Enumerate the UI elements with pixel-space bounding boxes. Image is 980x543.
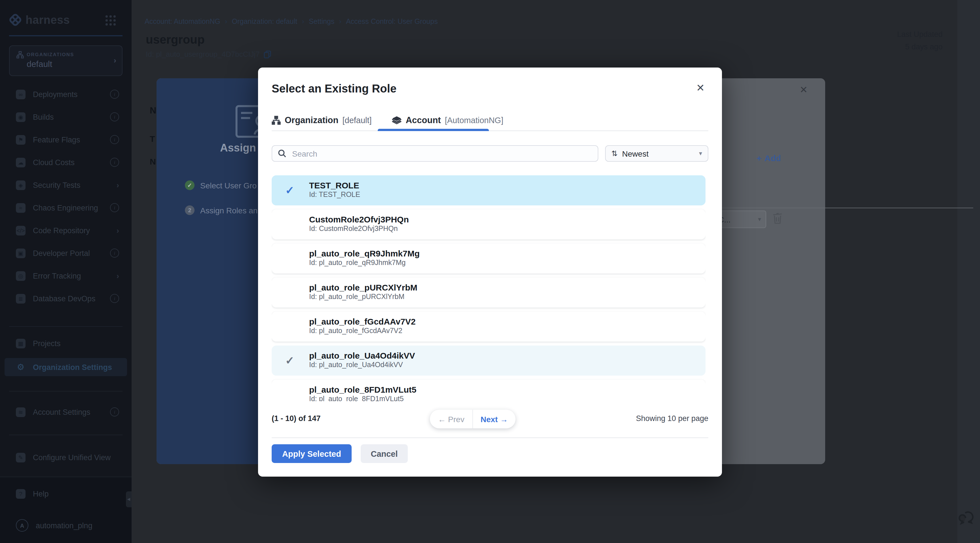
info-icon[interactable]: i — [110, 90, 119, 99]
breadcrumb-separator: › — [302, 17, 304, 25]
sidebar-item-code-repository[interactable]: </> Code Repository › — [0, 219, 132, 242]
sidebar-item-database-devops[interactable]: ≣ Database DevOps i — [0, 287, 132, 310]
info-icon[interactable]: i — [110, 294, 119, 303]
support-chat-icon[interactable] — [958, 511, 975, 527]
info-icon[interactable]: i — [110, 408, 119, 416]
builds-icon: ◉ — [16, 112, 25, 122]
org-hierarchy-icon — [272, 116, 281, 125]
sidebar-item-configure-unified-view[interactable]: ✎ Configure Unified View — [0, 446, 132, 469]
feature-flags-icon: ⚑ — [16, 135, 25, 144]
projects-icon: ▦ — [16, 338, 25, 348]
sidebar-item-error-tracking[interactable]: ◎ Error Tracking › — [0, 264, 132, 287]
footer-divider — [272, 438, 708, 438]
check-icon: ✓ — [285, 354, 294, 367]
chevron-right-icon: › — [114, 56, 116, 65]
role-row-selected[interactable]: ✓ pl_auto_role_Ua4Od4ikVV Id: pl_auto_ro… — [272, 346, 705, 376]
org-selector[interactable]: ORGANIZATIONS default › — [9, 45, 123, 76]
info-icon[interactable]: i — [110, 158, 119, 167]
sidebar-item-user-profile[interactable]: A automation_plng — [0, 514, 132, 537]
info-icon[interactable]: i — [110, 135, 119, 144]
breadcrumb-separator: › — [339, 17, 341, 25]
add-role-binding-button[interactable]: + Add — [757, 153, 781, 163]
role-row[interactable]: pl_auto_role_qR9Jhmk7Mg Id: pl_auto_role… — [272, 244, 705, 274]
developer-portal-icon: ▣ — [16, 248, 25, 258]
gear-icon: ⚙ — [16, 362, 25, 372]
sidebar-item-chaos-engineering[interactable]: ≈ Chaos Engineering i — [0, 196, 132, 219]
arrow-left-icon: ← — [438, 414, 446, 424]
avatar: A — [16, 519, 29, 532]
sort-dropdown[interactable]: ⇅ Newest ▾ — [605, 145, 708, 162]
org-hierarchy-icon — [16, 51, 24, 59]
arrow-right-icon: → — [500, 414, 508, 424]
chevron-right-icon: › — [116, 226, 119, 235]
chevron-right-icon: › — [116, 271, 119, 280]
copy-icon[interactable] — [264, 50, 271, 58]
role-row[interactable]: CustomRole2Ofvj3PHQn Id: CustomRole2Ofvj… — [272, 209, 705, 239]
role-list: ✓ TEST_ROLE Id: TEST_ROLE CustomRole2Ofv… — [272, 175, 705, 401]
tab-organization[interactable]: Organization [default] — [272, 112, 372, 129]
pagination-range: (1 - 10) of 147 — [272, 414, 321, 423]
select-existing-role-dialog: Select an Existing Role ✕ Organization [… — [258, 67, 722, 477]
wizard-step-select-user-group[interactable]: ✓ Select User Gro — [185, 180, 257, 190]
sidebar-item-projects[interactable]: ▦ Projects — [0, 332, 132, 355]
apply-selected-button[interactable]: Apply Selected — [272, 444, 352, 463]
cloud-costs-icon: ☁ — [16, 158, 25, 167]
prev-page-button[interactable]: ← Prev — [430, 414, 473, 424]
dialog-close-icon[interactable]: ✕ — [694, 81, 707, 95]
wizard-step-assign-roles[interactable]: 2 Assign Roles an — [185, 205, 258, 215]
sort-value: Newest — [622, 149, 649, 158]
screen: harness ORGANIZATIONS default › ∞ Deploy… — [0, 0, 980, 543]
tabs-divider — [272, 131, 708, 131]
role-row-test-role[interactable]: ✓ TEST_ROLE Id: TEST_ROLE — [272, 175, 705, 205]
sidebar-item-developer-portal[interactable]: ▣ Developer Portal i — [0, 242, 132, 264]
chevron-down-icon: ▾ — [699, 150, 702, 157]
breadcrumb-item[interactable]: Account: AutomationNG — [145, 17, 220, 25]
sidebar-item-deployments[interactable]: ∞ Deployments i — [0, 83, 132, 105]
clipped-text-fragment: N — [150, 157, 157, 166]
role-row[interactable]: pl_auto_role_fGcdAAv7V2 Id: pl_auto_role… — [272, 312, 705, 342]
dialog-title: Select an Existing Role — [272, 82, 396, 96]
sidebar-item-builds[interactable]: ◉ Builds i — [0, 105, 132, 128]
check-icon: ✓ — [285, 184, 294, 197]
breadcrumb-item[interactable]: Organization: default — [232, 17, 298, 25]
tab-account[interactable]: Account [AutomationNG] — [392, 112, 503, 129]
page-scroll-gutter — [957, 0, 980, 543]
next-page-button[interactable]: Next → — [473, 414, 515, 424]
search-input[interactable] — [291, 148, 592, 159]
sidebar-collapse-handle[interactable]: ◀ — [126, 491, 132, 507]
info-icon[interactable]: i — [110, 203, 119, 212]
breadcrumb: Account: AutomationNG › Organization: de… — [145, 17, 438, 25]
sidebar-nav: ∞ Deployments i ◉ Builds i ⚑ Feature Fla… — [0, 83, 132, 310]
breadcrumb-item[interactable]: Settings — [309, 17, 334, 25]
drawer-close-icon[interactable]: ✕ — [798, 84, 809, 96]
breadcrumb-separator: › — [225, 17, 228, 25]
sidebar-item-account-settings[interactable]: ≋ Account Settings i — [0, 401, 132, 423]
search-icon — [278, 149, 286, 158]
help-chat-icon: ? — [16, 489, 25, 498]
layers-icon: ≋ — [16, 407, 25, 417]
breadcrumb-item[interactable]: Access Control: User Groups — [346, 17, 438, 25]
delete-role-binding-icon[interactable] — [772, 212, 783, 224]
sidebar-item-feature-flags[interactable]: ⚑ Feature Flags i — [0, 128, 132, 151]
org-selector-value: default — [27, 59, 52, 68]
info-icon[interactable]: i — [110, 248, 119, 258]
cancel-button[interactable]: Cancel — [361, 444, 408, 463]
wrench-icon: ✎ — [16, 452, 25, 462]
role-row[interactable]: pl_auto_role_8FD1mVLut5 Id: pl_auto_role… — [272, 380, 705, 401]
chevron-down-icon: ▾ — [758, 216, 761, 223]
layers-icon — [392, 115, 402, 125]
chaos-engineering-icon: ≈ — [16, 203, 25, 212]
role-row[interactable]: pl_auto_role_pURCXlYrbM Id: pl_auto_role… — [272, 277, 705, 307]
sidebar-item-organization-settings[interactable]: ⚙ Organization Settings — [5, 358, 127, 376]
code-repository-icon: </> — [16, 226, 25, 235]
sidebar-item-cloud-costs[interactable]: ☁ Cloud Costs i — [0, 151, 132, 174]
sidebar-divider — [9, 435, 123, 435]
database-devops-icon: ≣ — [16, 294, 25, 303]
app-grid-icon[interactable] — [105, 15, 116, 25]
last-updated: Last Updated 5 days ago — [897, 29, 943, 53]
sidebar-item-help[interactable]: ? Help — [0, 482, 132, 505]
role-search[interactable] — [272, 145, 598, 162]
info-icon[interactable]: i — [110, 112, 119, 121]
sidebar-item-security-tests[interactable]: ◈ Security Tests › — [0, 174, 132, 196]
org-selector-label: ORGANIZATIONS — [27, 52, 74, 57]
